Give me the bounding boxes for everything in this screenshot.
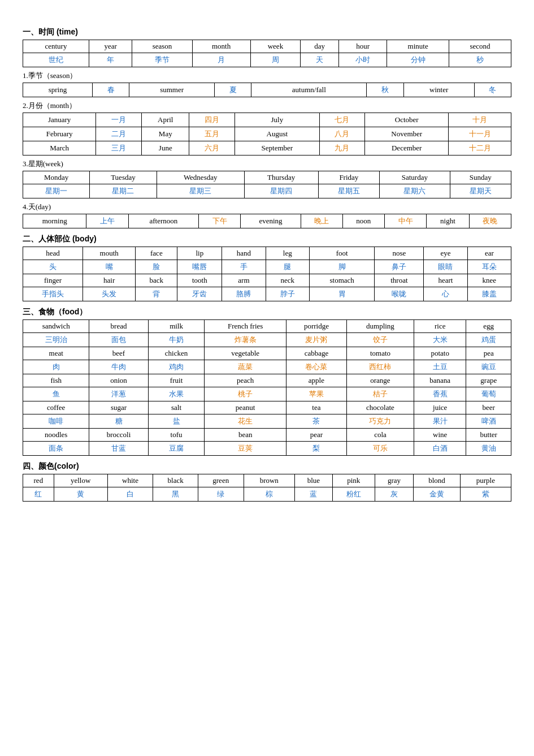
table-cell: Friday bbox=[318, 171, 379, 184]
table-cell: pea bbox=[466, 347, 511, 360]
section-title: 三、食物（food） bbox=[23, 307, 511, 317]
table-cell: autumn/fall bbox=[251, 83, 367, 97]
table-cell: meat bbox=[23, 347, 89, 360]
table-cell: 眼睛 bbox=[424, 260, 467, 274]
table-cell: eye bbox=[424, 247, 467, 260]
table-cell: mouth bbox=[83, 247, 136, 260]
table-cell: May bbox=[142, 127, 189, 141]
table-cell: noon bbox=[342, 214, 384, 228]
table-cell: 头 bbox=[23, 260, 83, 274]
table-cell: Thursday bbox=[244, 171, 318, 184]
table-cell: Monday bbox=[23, 171, 90, 184]
table-cell: 可乐 bbox=[347, 442, 414, 456]
table-cell: 十月 bbox=[449, 113, 511, 127]
subsection-title: 3.星期(week) bbox=[23, 159, 511, 169]
table-cell: head bbox=[23, 247, 83, 260]
table-cell: 脖子 bbox=[266, 287, 309, 301]
table-cell: 九月 bbox=[319, 141, 365, 155]
section-title: 四、颜色(color) bbox=[23, 461, 511, 472]
table-cell: 红 bbox=[23, 487, 54, 502]
table-cell: 洋葱 bbox=[89, 387, 148, 401]
table-cell: spring bbox=[23, 83, 93, 97]
table-cell: 牛肉 bbox=[89, 360, 148, 374]
table-cell: peanut bbox=[205, 401, 286, 414]
table-cell: 秋 bbox=[367, 83, 403, 97]
table-cell: 炸薯条 bbox=[205, 333, 286, 347]
table-cell: onion bbox=[89, 374, 148, 387]
table-cell: face bbox=[136, 247, 177, 260]
table-cell: grape bbox=[466, 374, 511, 387]
table-cell: 秒 bbox=[449, 53, 511, 67]
table-cell: January bbox=[23, 113, 96, 127]
table-cell: April bbox=[142, 113, 189, 127]
table-cell: 豆荚 bbox=[205, 442, 286, 456]
table-cell: 豌豆 bbox=[466, 360, 511, 374]
table-cell: 小时 bbox=[338, 53, 387, 67]
table-cell: lip bbox=[177, 247, 222, 260]
table-cell: 苹果 bbox=[286, 387, 346, 401]
table-cell: 饺子 bbox=[347, 333, 414, 347]
table-cell: March bbox=[23, 141, 96, 155]
table-cell: noodles bbox=[23, 429, 89, 442]
table-cell: sandwich bbox=[23, 320, 89, 333]
table-cell: December bbox=[365, 141, 449, 155]
table-cell: 巧克力 bbox=[347, 414, 414, 429]
table-cell: apple bbox=[286, 374, 346, 387]
table-cell: 花生 bbox=[205, 414, 286, 429]
table-cell: beer bbox=[466, 401, 511, 414]
table-cell: 胃 bbox=[309, 287, 375, 301]
table-cell: 黑 bbox=[153, 487, 198, 502]
table-cell: 星期三 bbox=[157, 184, 244, 198]
table-cell: 头发 bbox=[83, 287, 136, 301]
table-cell: June bbox=[142, 141, 189, 155]
table-cell: chicken bbox=[148, 347, 205, 360]
table-cell: knee bbox=[467, 274, 511, 287]
table-cell: 鸡蛋 bbox=[466, 333, 511, 347]
table-cell: 十一月 bbox=[449, 127, 511, 141]
table-cell: 一月 bbox=[96, 113, 142, 127]
table-cell: foot bbox=[309, 247, 375, 260]
table-cell: Sunday bbox=[450, 171, 511, 184]
table-cell: cola bbox=[347, 429, 414, 442]
table-cell: bread bbox=[89, 320, 148, 333]
table-cell: 大米 bbox=[414, 333, 466, 347]
table-cell: century bbox=[23, 40, 89, 53]
table-cell: minute bbox=[387, 40, 449, 53]
table-cell: back bbox=[136, 274, 177, 287]
table-cell: night bbox=[427, 214, 470, 228]
table-cell: 嘴 bbox=[83, 260, 136, 274]
table-cell: 鱼 bbox=[23, 387, 89, 401]
section-title: 二、人体部位 (body) bbox=[23, 234, 511, 244]
table-cell: black bbox=[153, 474, 198, 487]
table-cell: 肉 bbox=[23, 360, 89, 374]
table-cell: yellow bbox=[54, 474, 107, 487]
table-cell: pear bbox=[286, 429, 346, 442]
subsection-title: 1.季节（season） bbox=[23, 71, 511, 81]
table-cell: 三明治 bbox=[23, 333, 89, 347]
table-cell: 星期四 bbox=[244, 184, 318, 198]
table-cell: egg bbox=[466, 320, 511, 333]
table-cell: juice bbox=[414, 401, 466, 414]
table-cell: 手 bbox=[222, 260, 266, 274]
table-cell: 桃子 bbox=[205, 387, 286, 401]
table-cell: 咖啡 bbox=[23, 414, 89, 429]
table-cell: finger bbox=[23, 274, 83, 287]
table-cell: 糖 bbox=[89, 414, 148, 429]
table-cell: 脸 bbox=[136, 260, 177, 274]
table-cell: stomach bbox=[309, 274, 375, 287]
section-title: 一、时间 (time) bbox=[23, 27, 511, 37]
table-cell: 胳膊 bbox=[222, 287, 266, 301]
table-cell: beef bbox=[89, 347, 148, 360]
table-cell: month bbox=[192, 40, 250, 53]
table-cell: summer bbox=[129, 83, 215, 97]
table-cell: tea bbox=[286, 401, 346, 414]
table-cell: second bbox=[449, 40, 511, 53]
table-cell: 蓝 bbox=[294, 487, 332, 502]
table-cell: 世纪 bbox=[23, 53, 89, 67]
table-cell: green bbox=[198, 474, 244, 487]
table-cell: hair bbox=[83, 274, 136, 287]
table-cell: 面包 bbox=[89, 333, 148, 347]
table-cell: morning bbox=[23, 214, 86, 228]
table-cell: 粉红 bbox=[332, 487, 375, 502]
table-cell: 果汁 bbox=[414, 414, 466, 429]
